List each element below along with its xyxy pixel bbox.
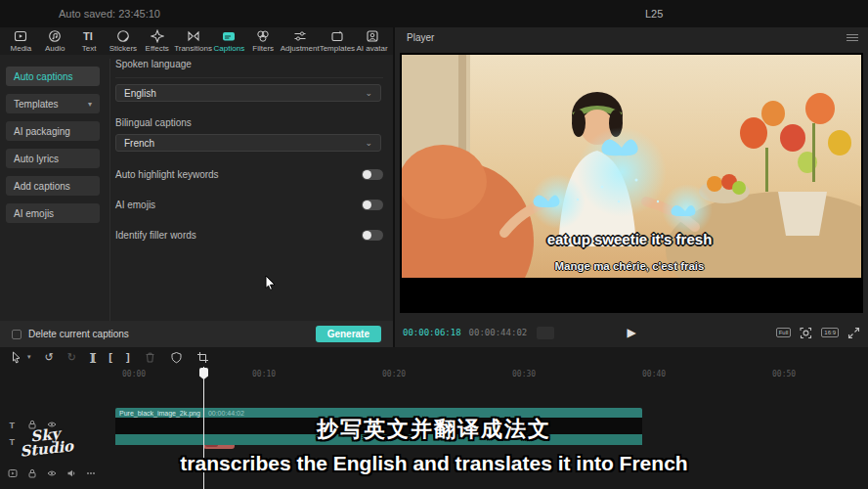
sidebar-item-ai-emojis[interactable]: AI emojis: [6, 203, 100, 223]
audio-icon: [48, 29, 62, 43]
bilingual-language-select[interactable]: French ⌄: [115, 134, 381, 152]
ruler-tick: 00:50: [772, 370, 796, 378]
select-tool-chevron-icon[interactable]: ▾: [27, 353, 31, 361]
svg-text:T: T: [10, 421, 16, 430]
more-options-icon[interactable]: [86, 468, 96, 478]
ruler-tick: 00:10: [252, 370, 276, 378]
spoken-language-select[interactable]: English ⌄: [115, 84, 381, 102]
mute-icon[interactable]: [66, 468, 76, 478]
aspect-ratio-badge[interactable]: 16:9: [821, 328, 839, 337]
transitions-icon: [187, 29, 200, 43]
redo-icon[interactable]: ↻: [67, 351, 76, 364]
status-bar: Auto saved: 23:45:10 L25: [0, 0, 868, 27]
toggle-row-highlight: Auto highlight keywords: [115, 167, 383, 181]
bilingual-captions-label: Bilingual captions: [115, 117, 383, 128]
trim-right-icon[interactable]: ]: [126, 351, 130, 364]
sidebar-item-add-captions[interactable]: Add captions: [6, 176, 100, 196]
quality-badge[interactable]: Full: [776, 328, 792, 337]
svg-text:T: T: [10, 437, 16, 447]
tab-audio[interactable]: Audio: [38, 29, 72, 53]
captions-panel: Media Audio TI Text Stickers Effects Tra…: [0, 27, 393, 347]
tab-stickers[interactable]: Stickers: [106, 29, 140, 53]
templates-icon: [330, 29, 344, 43]
chevron-down-icon: ▾: [88, 100, 92, 109]
caption-track-header-1: T: [8, 420, 57, 429]
captions-sidebar: Auto captions Templates▾ AI packaging Au…: [6, 67, 106, 231]
delete-captions-checkbox[interactable]: [12, 330, 22, 339]
video-clip-filmstrip[interactable]: [115, 418, 642, 434]
tab-captions[interactable]: Captions: [212, 29, 246, 53]
sidebar-item-auto-lyrics[interactable]: Auto lyrics: [6, 149, 100, 168]
filler-words-toggle[interactable]: [362, 230, 383, 241]
video-preview[interactable]: eat up sweetie it's fresh Mange ma chéri…: [400, 53, 863, 313]
total-timecode: 00:00:44:02: [469, 328, 528, 337]
text-track-icon: T: [8, 420, 18, 429]
tab-label: Transitions: [174, 44, 212, 53]
toggle-knob: [363, 170, 371, 179]
eye-icon[interactable]: [47, 420, 57, 429]
mask-icon[interactable]: [170, 351, 183, 364]
adjustment-icon: [293, 29, 307, 43]
video-track-icon: [8, 468, 18, 478]
trim-left-icon[interactable]: [: [108, 351, 112, 364]
tab-label: Text: [82, 44, 97, 53]
toggle-row-ai-emojis: AI emojis: [115, 198, 383, 211]
bilingual-language-value: French: [124, 138, 154, 149]
ruler-tick: 00:20: [382, 370, 406, 378]
tab-transitions[interactable]: Transitions: [174, 29, 212, 53]
lock-icon[interactable]: [27, 468, 37, 478]
video-clip-duration: 00:00:44:02: [208, 410, 244, 417]
timeline-tracks: A1 eat A1 Man Pure_black_image_2k.png 00…: [112, 382, 868, 489]
audio-waveform-strip[interactable]: [115, 434, 642, 445]
tab-adjustment[interactable]: Adjustment: [281, 29, 320, 53]
tab-label: Filters: [252, 44, 274, 53]
video-clip-name: Pure_black_image_2k.png: [119, 410, 200, 417]
generate-button[interactable]: Generate: [316, 326, 381, 342]
spoken-language-value: English: [124, 88, 156, 99]
sidebar-item-ai-packaging[interactable]: AI packaging: [6, 121, 100, 141]
toggle-knob: [363, 200, 371, 209]
sidebar-divider: [109, 59, 110, 344]
timeline-ruler[interactable]: 00:00 00:10 00:20 00:30 00:40 00:50: [0, 367, 868, 382]
eye-icon[interactable]: [47, 468, 57, 478]
tab-templates[interactable]: Templates: [320, 29, 355, 53]
chevron-down-icon: ⌄: [365, 138, 372, 148]
ruler-tick: 00:40: [642, 370, 666, 378]
video-clip-name-bar[interactable]: Pure_black_image_2k.png 00:00:44:02: [115, 408, 642, 418]
player-menu-icon[interactable]: [846, 34, 858, 43]
ruler-tick: 00:30: [512, 370, 536, 378]
captions-action-bar: Delete current captions Generate: [0, 321, 393, 347]
ai-emojis-toggle[interactable]: [362, 200, 383, 210]
lock-icon[interactable]: [27, 420, 37, 429]
play-button[interactable]: ▶: [627, 326, 635, 339]
focus-icon[interactable]: [800, 327, 812, 339]
timecode-options-button[interactable]: [537, 327, 554, 339]
media-icon: [14, 29, 27, 43]
auto-captions-form: Spoken language English ⌄ Bilingual capt…: [115, 59, 383, 258]
tab-label: AI avatar: [357, 44, 388, 53]
select-tool-icon[interactable]: [10, 351, 22, 364]
tab-media[interactable]: Media: [4, 29, 38, 53]
delete-icon[interactable]: [144, 351, 156, 364]
tab-text[interactable]: TI Text: [72, 29, 107, 53]
track-headers: T T: [0, 382, 111, 489]
sidebar-item-templates[interactable]: Templates▾: [6, 94, 100, 113]
video-track-header: [8, 468, 96, 478]
tab-filters[interactable]: Filters: [246, 29, 281, 53]
auto-highlight-toggle[interactable]: [362, 169, 383, 180]
tab-effects[interactable]: Effects: [140, 29, 174, 53]
undo-icon[interactable]: ↺: [45, 351, 54, 364]
current-timecode: 00:00:06:18: [403, 328, 461, 337]
playhead[interactable]: [203, 367, 204, 489]
sidebar-item-auto-captions[interactable]: Auto captions: [6, 67, 100, 86]
crop-icon[interactable]: [196, 351, 209, 364]
player-panel: Player: [395, 27, 868, 347]
captions-icon: [222, 29, 236, 43]
fullscreen-icon[interactable]: [847, 327, 860, 339]
text-icon: TI: [82, 29, 96, 43]
project-title: L25: [645, 8, 663, 20]
split-icon[interactable]: ][: [90, 351, 95, 364]
player-controls: 00:00:06:18 00:00:44:02 ▶ Full 16:9: [395, 318, 868, 347]
tab-label: Media: [11, 44, 32, 53]
tab-ai-avatar[interactable]: AI avatar: [355, 29, 389, 53]
